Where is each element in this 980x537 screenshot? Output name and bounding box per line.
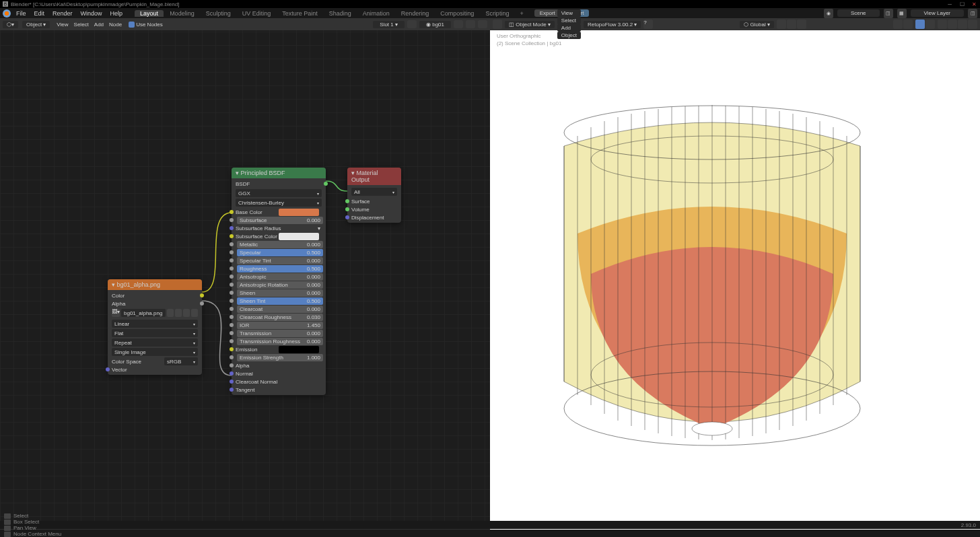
shader-menu-view[interactable]: View xyxy=(54,22,71,28)
bsdf-ior[interactable]: IOR1.450 xyxy=(232,321,326,329)
open-image-button[interactable] xyxy=(183,309,190,317)
shading-wireframe-icon[interactable] xyxy=(925,20,935,29)
bsdf-sheen-tint[interactable]: Sheen Tint0.500 xyxy=(232,297,326,305)
viewport-menu-select[interactable]: Select xyxy=(557,17,581,24)
socket-input[interactable] xyxy=(230,307,234,311)
material-name-field[interactable]: ◉ bg01 xyxy=(419,21,451,28)
bsdf-sheen[interactable]: Sheen0.000 xyxy=(232,289,326,297)
pin-material-icon[interactable] xyxy=(407,20,417,28)
tab-texture-paint[interactable]: Texture Paint xyxy=(277,10,323,17)
socket-input[interactable] xyxy=(230,347,234,351)
socket-input[interactable] xyxy=(230,242,234,246)
menu-help[interactable]: Help xyxy=(106,10,127,17)
image-browse-icon[interactable]: 🖼▾ xyxy=(112,309,120,317)
use-nodes-checkbox[interactable]: Use Nodes xyxy=(129,22,163,28)
tab-uv-editing[interactable]: UV Editing xyxy=(237,10,277,17)
bsdf-normal[interactable]: Normal xyxy=(232,369,326,378)
bsdf-base-color[interactable]: Base Color xyxy=(232,208,326,216)
node-title[interactable]: ▾ Material Output xyxy=(347,168,401,185)
bsdf-clearcoat-normal[interactable]: Clearcoat Normal xyxy=(232,378,326,386)
bsdf-tangent[interactable]: Tangent xyxy=(232,386,326,394)
socket-input[interactable] xyxy=(230,226,234,230)
blender-logo-icon[interactable] xyxy=(3,9,11,17)
menu-edit[interactable]: Edit xyxy=(30,10,49,17)
socket-input[interactable] xyxy=(230,275,234,279)
shader-menu-select[interactable]: Select xyxy=(71,22,92,28)
socket-input[interactable] xyxy=(230,339,234,343)
remove-image-button[interactable] xyxy=(191,309,198,317)
new-image-button[interactable] xyxy=(175,309,182,317)
bsdf-alpha[interactable]: Alpha xyxy=(232,361,326,369)
extension-dropdown[interactable]: Repeat▾ xyxy=(112,338,198,347)
principled-bsdf-node[interactable]: ▾ Principled BSDF BSDF GGX▾ Christensen-… xyxy=(232,168,326,395)
bsdf-clearcoat-roughness[interactable]: Clearcoat Roughness0.030 xyxy=(232,313,326,321)
bsdf-anisotropic[interactable]: Anisotropic0.000 xyxy=(232,273,326,281)
socket-input[interactable] xyxy=(230,371,234,375)
socket-input[interactable] xyxy=(230,299,234,303)
pivot-icon[interactable] xyxy=(777,20,786,29)
tab-layout[interactable]: Layout xyxy=(135,10,164,17)
mode-dropdown[interactable]: ◫ Object Mode ▾ xyxy=(505,21,555,28)
vector-socket-input[interactable] xyxy=(106,367,110,371)
tab-animation[interactable]: Animation xyxy=(357,10,395,17)
retopoflow-dropdown[interactable]: RetopoFlow 3.00.2 ▾ xyxy=(584,21,641,28)
scene-field[interactable]: Scene xyxy=(837,9,880,17)
socket-input[interactable] xyxy=(230,323,234,327)
color-swatch[interactable] xyxy=(279,233,319,240)
socket-input[interactable] xyxy=(230,388,234,392)
copy-material-button[interactable] xyxy=(466,20,475,28)
bsdf-specular-tint[interactable]: Specular Tint0.000 xyxy=(232,256,326,264)
socket-input[interactable] xyxy=(230,355,234,359)
viewlayer-field[interactable]: View Layer xyxy=(911,9,964,17)
menu-file[interactable]: File xyxy=(12,10,30,17)
tab-compositing[interactable]: Compositing xyxy=(435,10,479,17)
bsdf-subsurface-color[interactable]: Subsurface Color xyxy=(232,232,326,240)
shader-editor[interactable]: ⬡▾ Object ▾ ViewSelectAddNode Use Nodes … xyxy=(0,18,490,530)
shader-type-dropdown[interactable]: Object ▾ xyxy=(22,21,50,28)
unlink-image-button[interactable] xyxy=(167,309,174,317)
node-title[interactable]: ▾ bg01_alpha.png xyxy=(108,279,202,290)
socket-input[interactable] xyxy=(230,250,234,254)
bsdf-transmission-roughness[interactable]: Transmission Roughness0.000 xyxy=(232,337,326,345)
socket-input[interactable] xyxy=(230,380,234,384)
color-swatch[interactable] xyxy=(279,209,319,216)
viewlayer-icon[interactable]: ▦ xyxy=(897,9,907,18)
bsdf-roughness[interactable]: Roughness0.500 xyxy=(232,264,326,273)
bsdf-subsurface[interactable]: Subsurface0.000 xyxy=(232,216,326,224)
bsdf-clearcoat[interactable]: Clearcoat0.000 xyxy=(232,305,326,313)
3d-viewport[interactable]: ◫ Object Mode ▾ ViewSelectAddObject Reto… xyxy=(490,18,980,530)
orientation-dropdown[interactable]: ⬡ Global ▾ xyxy=(740,21,774,28)
bsdf-emission-strength[interactable]: Emission Strength1.000 xyxy=(232,353,326,361)
shading-solid-icon[interactable] xyxy=(938,20,947,29)
distribution-dropdown[interactable]: GGX▾ xyxy=(236,189,322,197)
bsdf-socket-output[interactable] xyxy=(324,182,328,186)
shader-menu-add[interactable]: Add xyxy=(92,22,106,28)
node-title[interactable]: ▾ Principled BSDF xyxy=(232,168,326,178)
socket-input[interactable] xyxy=(230,363,234,367)
socket-input[interactable] xyxy=(345,215,349,219)
new-viewlayer-button[interactable]: ◫ xyxy=(968,9,977,18)
socket-input[interactable] xyxy=(230,331,234,335)
editor-type-icon[interactable] xyxy=(493,20,502,29)
color-swatch[interactable] xyxy=(279,346,319,353)
socket-input[interactable] xyxy=(230,315,234,319)
bsdf-transmission[interactable]: Transmission0.000 xyxy=(232,329,326,337)
socket-input[interactable] xyxy=(230,266,234,271)
snap-icon[interactable] xyxy=(787,20,796,29)
socket-input[interactable] xyxy=(345,207,349,211)
socket-input[interactable] xyxy=(230,218,234,222)
editor-type-dropdown[interactable]: ⬡▾ xyxy=(3,21,18,28)
source-dropdown[interactable]: Single Image▾ xyxy=(112,348,198,356)
socket-input[interactable] xyxy=(230,258,234,262)
minimize-icon[interactable]: ─ xyxy=(946,1,953,7)
socket-input[interactable] xyxy=(230,210,234,214)
bsdf-subsurface-radius[interactable]: Subsurface Radius▾ xyxy=(232,224,326,232)
unlink-material-button[interactable] xyxy=(478,20,487,28)
tab-sculpting[interactable]: Sculpting xyxy=(201,10,236,17)
scene-icon[interactable]: ◉ xyxy=(824,9,833,18)
menu-render[interactable]: Render xyxy=(48,10,77,17)
interpolation-dropdown[interactable]: Linear▾ xyxy=(112,320,198,328)
gizmo-toggle-icon[interactable] xyxy=(893,20,903,29)
target-dropdown[interactable]: All▾ xyxy=(351,188,397,196)
sss-method-dropdown[interactable]: Christensen-Burley▾ xyxy=(236,199,322,207)
